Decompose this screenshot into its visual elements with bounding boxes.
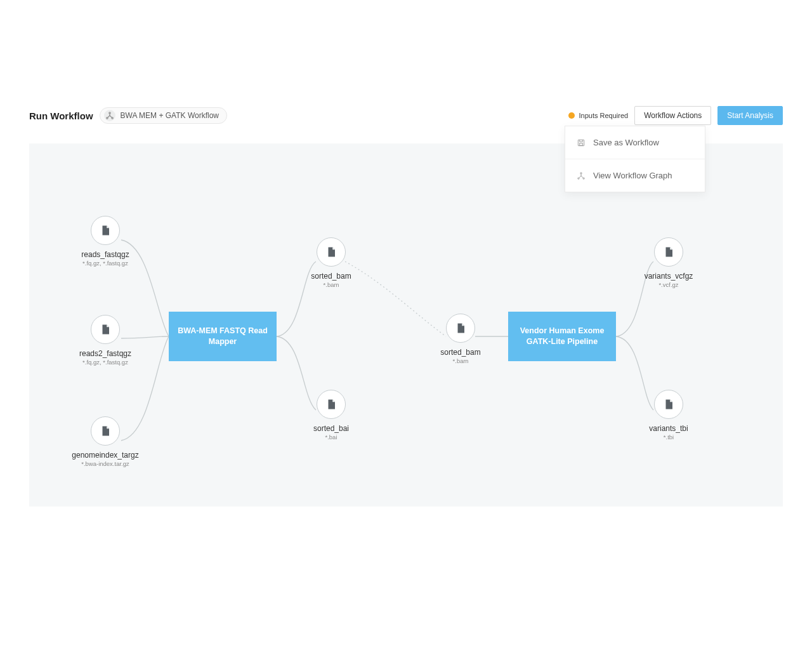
stage-bwa-mem[interactable]: BWA-MEM FASTQ Read Mapper xyxy=(169,312,277,361)
page-title: Run Workflow xyxy=(29,110,93,121)
file-icon xyxy=(317,237,346,267)
header-right: Inputs Required Workflow Actions Start A… xyxy=(568,106,783,125)
file-icon xyxy=(446,314,475,343)
file-ext: *.fq.gz, *.fastq.gz xyxy=(67,260,143,267)
workflow-icon xyxy=(104,110,115,121)
header-bar: Run Workflow BWA MEM + GATK Workflow Inp… xyxy=(29,107,783,124)
file-name: sorted_bam xyxy=(422,348,499,357)
file-node-sorted-bai[interactable]: sorted_bai *.bai xyxy=(293,390,369,441)
workflow-name: BWA MEM + GATK Workflow xyxy=(121,111,219,120)
file-name: reads_fastqgz xyxy=(67,250,143,259)
file-name: variants_tbi xyxy=(631,424,707,433)
file-node-sorted-bam-1[interactable]: sorted_bam *.bam xyxy=(293,237,369,288)
svg-point-2 xyxy=(111,117,112,119)
menu-item-view-workflow-graph[interactable]: View Workflow Graph xyxy=(565,159,705,192)
warning-dot-icon xyxy=(568,112,575,119)
svg-point-1 xyxy=(106,117,107,119)
svg-rect-3 xyxy=(578,140,584,145)
menu-item-save-as-workflow[interactable]: Save as Workflow xyxy=(565,126,705,159)
file-name: variants_vcfgz xyxy=(631,272,707,281)
file-icon xyxy=(654,390,683,419)
file-name: reads2_fastqgz xyxy=(67,349,143,358)
stage-gatk-lite[interactable]: Vendor Human Exome GATK-Lite Pipeline xyxy=(508,312,616,361)
file-ext: *.bam xyxy=(293,281,369,288)
workflow-chip[interactable]: BWA MEM + GATK Workflow xyxy=(100,107,227,124)
file-ext: *.tbi xyxy=(631,434,707,441)
file-node-reads-fastqgz[interactable]: reads_fastqgz *.fq.gz, *.fastq.gz xyxy=(67,216,143,267)
file-name: sorted_bai xyxy=(293,424,369,433)
file-icon xyxy=(91,416,120,446)
file-icon xyxy=(654,237,683,267)
file-ext: *.vcf.gz xyxy=(631,281,707,288)
stage-label: Vendor Human Exome GATK-Lite Pipeline xyxy=(514,326,610,347)
file-icon xyxy=(317,390,346,419)
stage-label: BWA-MEM FASTQ Read Mapper xyxy=(175,326,270,347)
file-icon xyxy=(91,315,120,344)
menu-item-label: Save as Workflow xyxy=(593,138,659,147)
file-name: sorted_bam xyxy=(293,272,369,281)
file-name: genomeindex_targz xyxy=(67,451,143,460)
file-node-variants-vcfgz[interactable]: variants_vcfgz *.vcf.gz xyxy=(631,237,707,288)
workflow-canvas[interactable]: reads_fastqgz *.fq.gz, *.fastq.gz reads2… xyxy=(29,143,783,507)
file-node-reads2-fastqgz[interactable]: reads2_fastqgz *.fq.gz, *.fastq.gz xyxy=(67,315,143,366)
menu-item-label: View Workflow Graph xyxy=(593,171,672,180)
save-icon xyxy=(577,138,586,147)
header-left: Run Workflow BWA MEM + GATK Workflow xyxy=(29,107,227,124)
start-analysis-button[interactable]: Start Analysis xyxy=(717,106,783,125)
inputs-required-badge: Inputs Required xyxy=(568,112,628,119)
file-node-variants-tbi[interactable]: variants_tbi *.tbi xyxy=(631,390,707,441)
svg-point-0 xyxy=(108,112,110,114)
svg-rect-4 xyxy=(580,143,583,145)
file-ext: *.bwa-index.tar.gz xyxy=(67,460,143,467)
inputs-required-label: Inputs Required xyxy=(579,112,628,119)
file-ext: *.bai xyxy=(293,434,369,441)
file-ext: *.fq.gz, *.fastq.gz xyxy=(67,359,143,366)
graph-icon xyxy=(577,171,586,180)
svg-point-5 xyxy=(580,172,582,173)
file-icon xyxy=(91,216,120,245)
workflow-actions-button[interactable]: Workflow Actions xyxy=(634,106,711,125)
file-ext: *.bam xyxy=(422,357,499,364)
svg-point-7 xyxy=(583,177,584,178)
file-node-sorted-bam-2[interactable]: sorted_bam *.bam xyxy=(422,314,499,364)
workflow-actions-menu: Save as Workflow View Workflow Graph xyxy=(565,126,705,192)
file-node-genomeindex-targz[interactable]: genomeindex_targz *.bwa-index.tar.gz xyxy=(67,416,143,467)
svg-point-6 xyxy=(578,177,579,178)
